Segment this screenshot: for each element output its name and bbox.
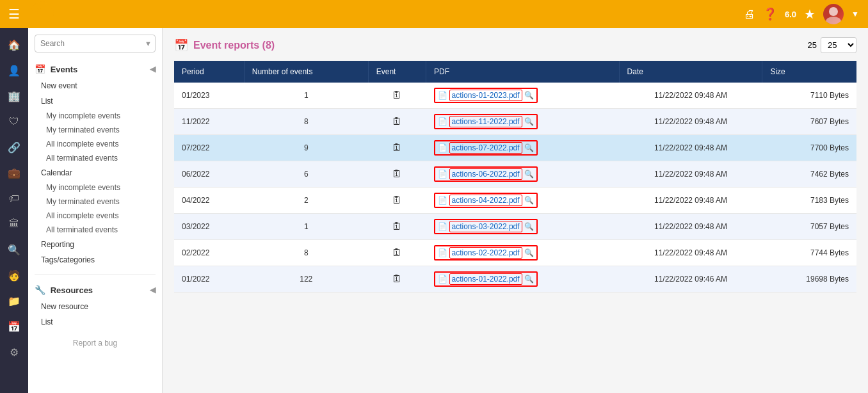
pdf-search-icon[interactable]: 🔍	[524, 248, 534, 257]
table-row: 04/20222🗓📄actions-04-2022.pdf🔍11/22/2022…	[174, 188, 856, 214]
pdf-download-link[interactable]: actions-07-2022.pdf	[449, 142, 522, 154]
cell-period: 02/2022	[174, 240, 244, 266]
sidebar-item-calendar-all-incomplete[interactable]: All incomplete events	[28, 209, 162, 223]
sidebar-search-area: ▼	[28, 28, 162, 56]
pdf-download-link[interactable]: actions-03-2022.pdf	[449, 221, 522, 232]
main-content: 📅 Event reports (8) 25 25 50 100 Period …	[163, 28, 868, 393]
pdf-link-wrapper: 📄actions-11-2022.pdf🔍	[434, 114, 538, 129]
cell-pdf: 📄actions-07-2022.pdf🔍	[426, 135, 620, 161]
svg-point-0	[829, 7, 838, 16]
pdf-download-link[interactable]: actions-02-2022.pdf	[449, 247, 522, 259]
sidebar-item-new-event[interactable]: New event	[28, 78, 162, 93]
sidebar-item-reporting[interactable]: Reporting	[28, 237, 162, 252]
rail-icon-link[interactable]: 🔗	[3, 136, 26, 159]
rail-icon-user[interactable]: 👤	[3, 59, 26, 82]
rail-icon-calendar[interactable]: 📅	[3, 315, 26, 338]
cell-date: 11/22/2022 09:48 AM	[619, 109, 762, 135]
pdf-download-link[interactable]: actions-01-2023.pdf	[449, 90, 522, 101]
pdf-file-icon: 📄	[438, 248, 447, 257]
hamburger-button[interactable]: ☰	[0, 0, 28, 28]
table-row: 07/20229🗓📄actions-07-2022.pdf🔍11/22/2022…	[174, 135, 856, 161]
report-bug-link[interactable]: Report a bug	[28, 333, 162, 353]
sidebar-item-resources-list[interactable]: List	[28, 314, 162, 330]
rail-icon-settings[interactable]: ⚙	[3, 341, 26, 364]
content-calendar-icon: 📅	[174, 38, 188, 52]
cell-pdf: 📄actions-03-2022.pdf🔍	[426, 214, 620, 240]
cell-period: 07/2022	[174, 135, 244, 161]
pdf-link-wrapper: 📄actions-01-2023.pdf🔍	[434, 88, 538, 103]
cell-date: 11/22/2022 09:48 AM	[619, 188, 762, 214]
pdf-search-icon[interactable]: 🔍	[524, 275, 534, 284]
pdf-download-link[interactable]: actions-04-2022.pdf	[449, 195, 522, 206]
table-body: 01/20231🗓📄actions-01-2023.pdf🔍11/22/2022…	[174, 83, 856, 293]
sidebar-item-calendar-my-terminated[interactable]: My terminated events	[28, 195, 162, 209]
pdf-search-icon[interactable]: 🔍	[524, 222, 534, 231]
events-section-header[interactable]: 📅 Events ◀	[28, 60, 162, 78]
col-event: Event	[368, 61, 426, 83]
col-date: Date	[619, 61, 762, 83]
cell-size: 7700 Bytes	[762, 135, 856, 161]
cell-period: 04/2022	[174, 188, 244, 214]
pdf-link-wrapper: 📄actions-04-2022.pdf🔍	[434, 193, 538, 208]
events-collapse-icon: ◀	[150, 65, 156, 74]
col-num-events: Number of events	[244, 61, 368, 83]
rail-icon-home[interactable]: 🏠	[3, 33, 26, 56]
sidebar-item-calendar-my-incomplete[interactable]: My incomplete events	[28, 180, 162, 195]
rail-icon-folder[interactable]: 📁	[3, 289, 26, 312]
pdf-search-icon[interactable]: 🔍	[524, 196, 534, 205]
pdf-search-icon[interactable]: 🔍	[524, 91, 534, 100]
help-icon[interactable]: ❓	[763, 7, 777, 21]
sidebar-item-new-resource[interactable]: New resource	[28, 299, 162, 314]
pdf-search-icon[interactable]: 🔍	[524, 117, 534, 126]
sidebar-divider-1	[35, 274, 156, 275]
cell-period: 01/2023	[174, 83, 244, 109]
event-icon: 🗓	[392, 168, 402, 179]
rail-icon-bank[interactable]: 🏛	[3, 213, 26, 236]
cell-date: 11/22/2022 09:48 AM	[619, 83, 762, 109]
table-header-row: Period Number of events Event PDF Date S…	[174, 61, 856, 83]
print-icon[interactable]: 🖨	[744, 8, 755, 21]
cell-size: 7607 Bytes	[762, 109, 856, 135]
sidebar-item-list[interactable]: List	[28, 93, 162, 109]
avatar-dropdown-icon[interactable]: ▼	[851, 10, 859, 19]
cell-pdf: 📄actions-01-2023.pdf🔍	[426, 83, 620, 109]
pdf-search-icon[interactable]: 🔍	[524, 170, 534, 179]
sidebar-item-tags[interactable]: Tags/categories	[28, 252, 162, 268]
cell-pdf: 📄actions-01-2022.pdf🔍	[426, 266, 620, 293]
sidebar-item-my-terminated-events[interactable]: My terminated events	[28, 123, 162, 137]
cell-event: 🗓	[368, 135, 426, 161]
pdf-download-link[interactable]: actions-11-2022.pdf	[449, 116, 522, 127]
user-avatar[interactable]	[823, 4, 844, 24]
sidebar-item-calendar-all-terminated[interactable]: All terminated events	[28, 223, 162, 237]
pdf-file-icon: 📄	[438, 170, 447, 179]
resources-section-header[interactable]: 🔧 Resources ◀	[28, 281, 162, 299]
rail-icon-tag[interactable]: 🏷	[3, 187, 26, 210]
cell-event: 🗓	[368, 214, 426, 240]
rail-icon-shield[interactable]: 🛡	[3, 110, 26, 133]
events-section: 📅 Events ◀ New event List My incomplete …	[28, 56, 162, 271]
rail-icon-briefcase[interactable]: 💼	[3, 161, 26, 184]
rail-icon-building[interactable]: 🏢	[3, 84, 26, 108]
favorites-icon[interactable]: ★	[804, 6, 816, 22]
sidebar-item-my-incomplete-events[interactable]: My incomplete events	[28, 109, 162, 123]
rail-icon-search[interactable]: 🔍	[3, 238, 26, 261]
cell-pdf: 📄actions-06-2022.pdf🔍	[426, 161, 620, 188]
table-row: 01/20231🗓📄actions-01-2023.pdf🔍11/22/2022…	[174, 83, 856, 109]
pdf-file-icon: 📄	[438, 143, 447, 152]
sidebar-item-all-incomplete-events[interactable]: All incomplete events	[28, 137, 162, 151]
pdf-file-icon: 📄	[438, 117, 447, 126]
page-title: Event reports (8)	[193, 40, 275, 51]
hamburger-icon: ☰	[8, 6, 20, 22]
sidebar-item-calendar[interactable]: Calendar	[28, 165, 162, 180]
pdf-search-icon[interactable]: 🔍	[524, 143, 534, 152]
col-pdf: PDF	[426, 61, 620, 83]
pdf-download-link[interactable]: actions-01-2022.pdf	[449, 273, 522, 285]
pdf-download-link[interactable]: actions-06-2022.pdf	[449, 168, 522, 180]
pdf-link-wrapper: 📄actions-06-2022.pdf🔍	[434, 166, 538, 182]
per-page-select[interactable]: 25 50 100	[821, 37, 856, 53]
events-section-icon: 📅	[35, 64, 45, 74]
sidebar-item-all-terminated-events[interactable]: All terminated events	[28, 151, 162, 165]
search-input[interactable]	[35, 35, 156, 52]
rail-icon-person[interactable]: 🧑	[3, 264, 26, 287]
version-badge: 6.0	[785, 10, 796, 19]
